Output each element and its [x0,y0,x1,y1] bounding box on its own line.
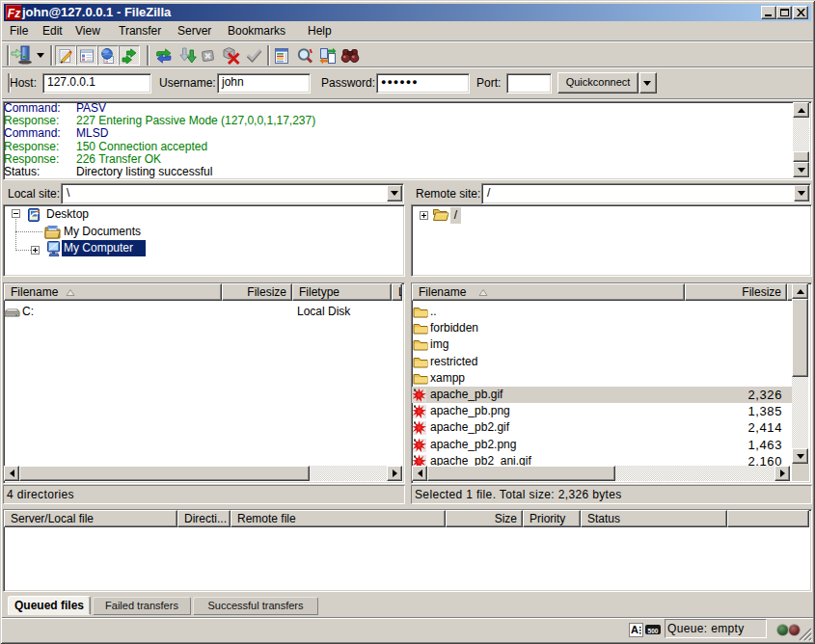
svg-text:500: 500 [648,628,659,634]
svg-text:Fz: Fz [8,7,20,20]
svg-text:A: A [631,624,638,635]
